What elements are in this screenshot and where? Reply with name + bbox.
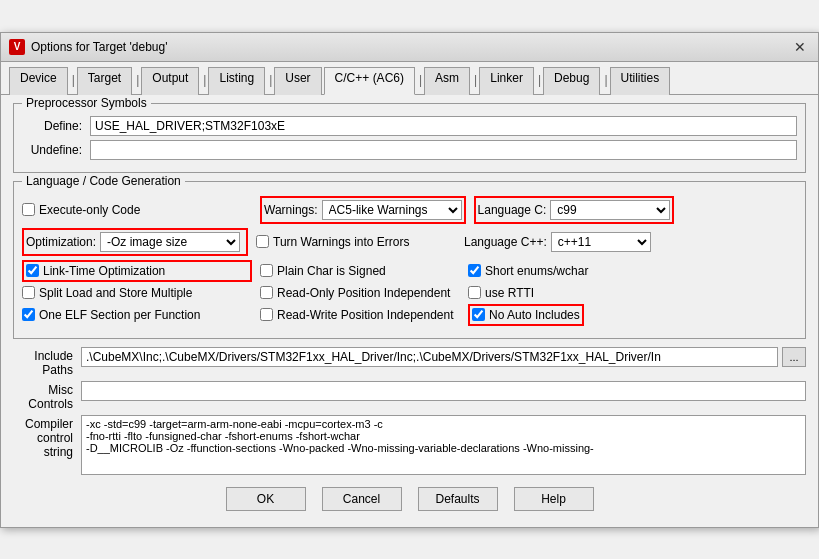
no-auto-includes-label[interactable]: No Auto Includes — [472, 308, 580, 322]
preprocessor-title: Preprocessor Symbols — [22, 96, 151, 110]
read-write-pos-label[interactable]: Read-Write Position Independent — [260, 308, 460, 322]
read-only-pos-label[interactable]: Read-Only Position Independent — [260, 286, 460, 300]
short-enums-label[interactable]: Short enums/wchar — [468, 264, 588, 278]
ok-button[interactable]: OK — [226, 487, 306, 511]
title-bar-left: V Options for Target 'debug' — [9, 39, 167, 55]
warnings-select[interactable]: AC5-like Warnings No Warnings All Warnin… — [322, 200, 462, 220]
turn-warnings-label[interactable]: Turn Warnings into Errors — [256, 235, 456, 249]
window-title: Options for Target 'debug' — [31, 40, 167, 54]
language-group: Language / Code Generation Execute-only … — [13, 181, 806, 339]
compiler-control-wrap: -xc -std=c99 -target=arm-arm-none-eabi -… — [81, 415, 806, 475]
no-auto-includes-checkbox[interactable] — [472, 308, 485, 321]
link-time-opt-wrap: Link-Time Optimization — [22, 260, 252, 282]
misc-controls-row: Misc Controls — [13, 381, 806, 411]
one-elf-label[interactable]: One ELF Section per Function — [22, 308, 252, 322]
split-load-text: Split Load and Store Multiple — [39, 286, 192, 300]
use-rtti-text: use RTTI — [485, 286, 534, 300]
short-enums-checkbox[interactable] — [468, 264, 481, 277]
short-enums-text: Short enums/wchar — [485, 264, 588, 278]
link-time-opt-checkbox[interactable] — [26, 264, 39, 277]
include-paths-input-wrap: ... — [81, 347, 806, 367]
plain-char-text: Plain Char is Signed — [277, 264, 386, 278]
turn-warnings-checkbox[interactable] — [256, 235, 269, 248]
link-time-opt-text: Link-Time Optimization — [43, 264, 165, 278]
plain-char-checkbox[interactable] — [260, 264, 273, 277]
turn-warnings-text: Turn Warnings into Errors — [273, 235, 409, 249]
execute-only-checkbox-label[interactable]: Execute-only Code — [22, 203, 252, 217]
lang-cpp-select[interactable]: c++98 c++11 c++14 — [551, 232, 651, 252]
preprocessor-group: Preprocessor Symbols Define: Undefine: — [13, 103, 806, 173]
lang-row-3: Link-Time Optimization Plain Char is Sig… — [22, 260, 797, 282]
compiler-control-display: -xc -std=c99 -target=arm-arm-none-eabi -… — [81, 415, 806, 475]
use-rtti-label[interactable]: use RTTI — [468, 286, 534, 300]
split-load-label[interactable]: Split Load and Store Multiple — [22, 286, 252, 300]
main-content: Preprocessor Symbols Define: Undefine: L… — [1, 95, 818, 527]
lang-row-2: Optimization: -O0 -O1 -O2 -O3 -Os balanc… — [22, 228, 797, 256]
tab-utilities[interactable]: Utilities — [610, 67, 671, 95]
define-input[interactable] — [90, 116, 797, 136]
lang-c-group: Language C: c90 c99 c11 — [474, 196, 675, 224]
optimization-group: Optimization: -O0 -O1 -O2 -O3 -Os balanc… — [22, 228, 248, 256]
misc-controls-label: Misc Controls — [13, 381, 73, 411]
lang-row-5: One ELF Section per Function Read-Write … — [22, 304, 797, 326]
defaults-button[interactable]: Defaults — [418, 487, 498, 511]
execute-only-checkbox[interactable] — [22, 203, 35, 216]
main-window: V Options for Target 'debug' ✕ Device | … — [0, 32, 819, 528]
close-button[interactable]: ✕ — [790, 37, 810, 57]
warnings-group: Warnings: AC5-like Warnings No Warnings … — [260, 196, 466, 224]
tab-linker[interactable]: Linker — [479, 67, 534, 95]
plain-char-label[interactable]: Plain Char is Signed — [260, 264, 460, 278]
buttons-row: OK Cancel Defaults Help — [13, 479, 806, 519]
lang-cpp-label: Language C++: — [464, 235, 547, 249]
title-bar: V Options for Target 'debug' ✕ — [1, 33, 818, 62]
misc-controls-input[interactable] — [81, 381, 806, 401]
preprocessor-content: Define: Undefine: — [22, 116, 797, 160]
cancel-button[interactable]: Cancel — [322, 487, 402, 511]
compiler-control-row: Compiler control string -xc -std=c99 -ta… — [13, 415, 806, 475]
language-content: Execute-only Code Warnings: AC5-like War… — [22, 196, 797, 326]
split-load-checkbox[interactable] — [22, 286, 35, 299]
tab-cxx[interactable]: C/C++ (AC6) — [324, 67, 415, 95]
read-only-pos-text: Read-Only Position Independent — [277, 286, 450, 300]
include-paths-row: Include Paths ... — [13, 347, 806, 377]
one-elf-text: One ELF Section per Function — [39, 308, 200, 322]
tab-debug[interactable]: Debug — [543, 67, 600, 95]
undefine-row: Undefine: — [22, 140, 797, 160]
include-paths-browse[interactable]: ... — [782, 347, 806, 367]
undefine-label: Undefine: — [22, 143, 82, 157]
include-paths-input[interactable] — [81, 347, 778, 367]
tab-listing[interactable]: Listing — [208, 67, 265, 95]
tab-user[interactable]: User — [274, 67, 321, 95]
undefine-input[interactable] — [90, 140, 797, 160]
read-write-pos-checkbox[interactable] — [260, 308, 273, 321]
help-button[interactable]: Help — [514, 487, 594, 511]
tab-output[interactable]: Output — [141, 67, 199, 95]
optimization-label: Optimization: — [26, 235, 96, 249]
compiler-control-label: Compiler control string — [13, 415, 73, 459]
define-label: Define: — [22, 119, 82, 133]
lang-row-4: Split Load and Store Multiple Read-Only … — [22, 286, 797, 300]
execute-only-label: Execute-only Code — [39, 203, 140, 217]
read-only-pos-checkbox[interactable] — [260, 286, 273, 299]
tab-target[interactable]: Target — [77, 67, 132, 95]
lang-cpp-group: Language C++: c++98 c++11 c++14 — [464, 232, 651, 252]
tab-bar: Device | Target | Output | Listing | Use… — [1, 62, 818, 95]
use-rtti-checkbox[interactable] — [468, 286, 481, 299]
read-write-pos-text: Read-Write Position Independent — [277, 308, 454, 322]
tab-device[interactable]: Device — [9, 67, 68, 95]
include-paths-label: Include Paths — [13, 347, 73, 377]
lang-c-select[interactable]: c90 c99 c11 — [550, 200, 670, 220]
one-elf-checkbox[interactable] — [22, 308, 35, 321]
tab-asm[interactable]: Asm — [424, 67, 470, 95]
lang-c-label: Language C: — [478, 203, 547, 217]
lang-row-1: Execute-only Code Warnings: AC5-like War… — [22, 196, 797, 224]
no-auto-includes-wrap: No Auto Includes — [468, 304, 584, 326]
define-row: Define: — [22, 116, 797, 136]
no-auto-includes-text: No Auto Includes — [489, 308, 580, 322]
misc-controls-input-wrap — [81, 381, 806, 401]
app-icon: V — [9, 39, 25, 55]
optimization-select[interactable]: -O0 -O1 -O2 -O3 -Os balance -Oz image si… — [100, 232, 240, 252]
language-title: Language / Code Generation — [22, 174, 185, 188]
warnings-label: Warnings: — [264, 203, 318, 217]
link-time-opt-label[interactable]: Link-Time Optimization — [26, 264, 248, 278]
